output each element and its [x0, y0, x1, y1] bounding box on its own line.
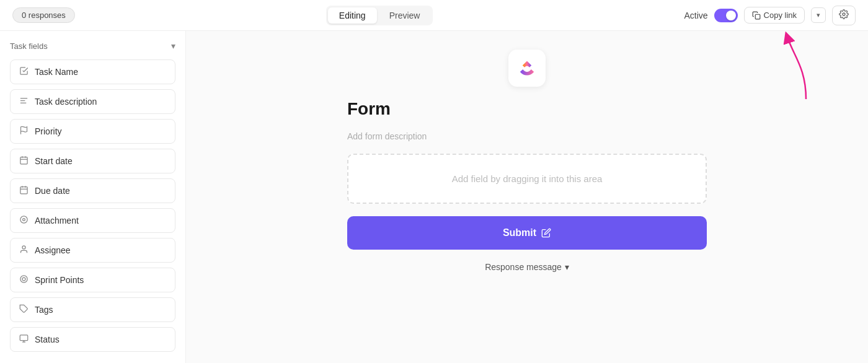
- field-item-due-date[interactable]: Due date: [10, 178, 175, 203]
- svg-point-14: [20, 216, 27, 223]
- tab-preview[interactable]: Preview: [378, 7, 432, 24]
- field-label: Due date: [35, 186, 70, 196]
- svg-point-16: [22, 246, 25, 249]
- tab-editing[interactable]: Editing: [328, 7, 377, 24]
- copy-icon: [752, 11, 761, 20]
- field-label: Task Name: [35, 67, 78, 77]
- field-item-attachment[interactable]: Attachment: [10, 208, 175, 233]
- status-icon: [19, 334, 29, 345]
- field-item-start-date[interactable]: Start date: [10, 149, 175, 173]
- gear-icon: [839, 9, 849, 19]
- task-name-icon: [19, 66, 29, 77]
- field-item-assignee[interactable]: Assignee: [10, 238, 175, 263]
- due-date-icon: [19, 185, 29, 196]
- active-label: Active: [684, 11, 707, 20]
- field-label: Start date: [35, 156, 73, 166]
- field-item-task-name[interactable]: Task Name: [10, 59, 175, 84]
- sidebar-collapse-button[interactable]: ▾: [171, 41, 175, 51]
- start-date-icon: [19, 155, 29, 167]
- top-right-controls: Active Copy link ▾: [684, 6, 856, 25]
- form-title[interactable]: Form: [347, 99, 707, 119]
- arrow-annotation: [769, 31, 818, 108]
- responses-badge[interactable]: 0 responses: [12, 7, 75, 23]
- field-label: Assignee: [35, 245, 71, 255]
- response-message[interactable]: Response message ▾: [347, 262, 707, 272]
- drop-zone-text: Add field by dragging it into this area: [452, 173, 603, 184]
- svg-point-18: [22, 278, 25, 281]
- copy-link-label: Copy link: [764, 11, 797, 20]
- sidebar: Task fields ▾ Task Name Task description…: [0, 31, 186, 363]
- svg-rect-6: [20, 157, 27, 164]
- form-container: Form Add form description Add field by d…: [347, 50, 707, 344]
- chevron-down-icon: ▾: [565, 262, 569, 272]
- field-label: Tags: [35, 305, 53, 315]
- task-description-icon: [19, 96, 29, 107]
- field-item-sprint-points[interactable]: Sprint Points: [10, 268, 175, 292]
- settings-button[interactable]: [832, 6, 856, 25]
- field-item-tags[interactable]: Tags: [10, 297, 175, 322]
- sidebar-title: Task fields: [10, 42, 48, 51]
- active-toggle[interactable]: [714, 9, 738, 22]
- assignee-icon: [19, 245, 29, 256]
- field-item-priority[interactable]: Priority: [10, 119, 175, 144]
- copy-link-dropdown[interactable]: ▾: [811, 7, 826, 23]
- field-label: Attachment: [35, 216, 79, 225]
- svg-rect-10: [20, 187, 27, 194]
- content-area: Form Add form description Add field by d…: [186, 31, 868, 363]
- tab-group: Editing Preview: [326, 6, 433, 25]
- svg-point-15: [23, 219, 25, 221]
- sidebar-header: Task fields ▾: [10, 41, 175, 51]
- svg-point-17: [20, 276, 27, 282]
- submit-label: Submit: [503, 227, 536, 238]
- field-label: Status: [35, 335, 60, 344]
- field-label: Task description: [35, 97, 97, 107]
- svg-point-1: [843, 13, 845, 15]
- field-item-status[interactable]: Status: [10, 327, 175, 352]
- submit-button[interactable]: Submit: [347, 216, 707, 250]
- form-logo-wrap: [347, 50, 707, 87]
- drop-zone[interactable]: Add field by dragging it into this area: [347, 154, 707, 204]
- field-label: Priority: [35, 126, 62, 136]
- form-logo: [508, 50, 546, 87]
- top-bar: 0 responses Editing Preview Active Copy …: [0, 0, 868, 31]
- pencil-icon: [541, 228, 551, 238]
- form-description[interactable]: Add form description: [347, 131, 707, 141]
- sprint-points-icon: [19, 274, 29, 286]
- priority-icon: [19, 126, 29, 137]
- response-message-label: Response message: [485, 262, 562, 272]
- field-label: Sprint Points: [35, 275, 84, 285]
- attachment-icon: [19, 215, 29, 226]
- svg-rect-20: [20, 335, 28, 341]
- svg-rect-0: [755, 14, 760, 19]
- field-item-task-description[interactable]: Task description: [10, 89, 175, 114]
- tags-icon: [19, 304, 29, 315]
- clickup-logo: [517, 58, 537, 78]
- main-layout: Task fields ▾ Task Name Task description…: [0, 31, 868, 363]
- copy-link-button[interactable]: Copy link: [744, 7, 805, 24]
